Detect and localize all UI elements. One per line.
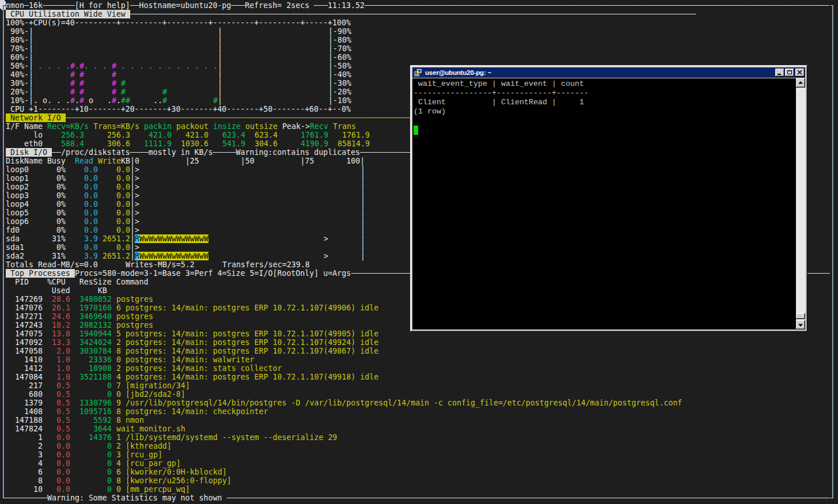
terminal-text-segment: . — [38, 62, 43, 70]
terminal-text-segment: 0.5 — [56, 407, 70, 416]
terminal-text-segment: │ — [1, 44, 6, 53]
terminal-text-segment: postgres — [116, 312, 153, 321]
terminal-text-segment: . — [195, 62, 199, 70]
terminal-text-segment: 147188 — [15, 416, 43, 425]
terminal-text-segment: │ — [1, 105, 6, 113]
terminal-text-segment: 0.5 — [56, 390, 70, 399]
terminal-text-segment: 3.9 — [84, 252, 98, 260]
terminal-text-segment: lo — [6, 131, 43, 139]
terminal-text-segment: 3 [rcu_gp] — [116, 450, 162, 459]
terminal-text-segment: . — [66, 62, 70, 70]
terminal-text-segment: │ — [1, 18, 6, 27]
putty-terminal[interactable]: wait_event_type | wait_event | count ---… — [412, 78, 805, 329]
terminal-text-segment: Peak-> — [282, 122, 310, 131]
terminal-text-segment: │ — [831, 79, 835, 88]
terminal-text-segment: 0.0 — [84, 243, 98, 252]
terminal-text-segment: │ — [1, 36, 6, 44]
terminal-text-segment: 147076 — [15, 304, 43, 312]
terminal-text-segment: 31% — [52, 234, 66, 243]
terminal-text-segment: # — [126, 96, 130, 105]
terminal-text-segment: Trans=KB/s — [93, 122, 139, 131]
terminal-text-segment: 18.2 — [52, 321, 70, 329]
terminal-text-segment: . — [93, 62, 98, 70]
terminal-text-segment: . — [47, 96, 52, 105]
terminal-text-segment: | — [361, 234, 365, 243]
terminal-text-segment: 0.5 — [56, 381, 70, 390]
terminal-text-segment: │ — [831, 165, 835, 174]
terminal-text-segment: │ — [1, 243, 6, 252]
scroll-up-button[interactable] — [796, 78, 805, 88]
terminal-text-segment: │ — [1, 338, 6, 347]
psql-output: wait_event_type | wait_event | count ---… — [414, 79, 589, 116]
terminal-text-segment: │ — [831, 183, 835, 191]
terminal-text-segment: |> — [130, 165, 139, 174]
terminal-text-segment: 8 — [38, 476, 43, 485]
terminal-text-segment: │ — [831, 174, 835, 183]
terminal-text-segment: │ — [1, 260, 6, 269]
terminal-text-segment: |-50% — [328, 62, 351, 70]
terminal-text-segment: │ — [1, 329, 6, 338]
terminal-text-segment: | — [361, 165, 365, 174]
terminal-text-segment: 40%-| — [6, 70, 33, 79]
terminal-text-segment: 588.4 — [61, 139, 84, 148]
terminal-text-segment: │ — [1, 286, 6, 295]
terminal-text-segment: | — [361, 191, 365, 200]
terminal-text-segment: outsize — [245, 122, 278, 131]
terminal-text-segment: 6 postgres: 14/main: postgres ERP 10.72.… — [116, 304, 378, 312]
scroll-down-button[interactable] — [796, 320, 805, 329]
terminal-text-segment: |-70% — [328, 44, 351, 53]
terminal-text-segment: │ — [1, 139, 6, 148]
terminal-text-segment: 4190.9 — [301, 139, 328, 148]
terminal-text-segment: packout — [176, 122, 208, 131]
close-button[interactable] — [795, 69, 805, 77]
terminal-text-segment: 0% — [56, 165, 66, 174]
scrollbar[interactable] — [796, 78, 805, 329]
terminal-text-segment: # — [112, 88, 116, 96]
terminal-text-segment: . — [158, 96, 162, 105]
terminal-text-segment: # — [79, 96, 84, 105]
terminal-text-segment: ────────────────────────────────────────… — [227, 494, 829, 502]
terminal-text-segment: 9 /usr/lib/postgresql/14/bin/postgres -D… — [116, 399, 682, 407]
terminal-text-segment: │ — [831, 373, 835, 381]
terminal-text-segment: 147271 — [15, 312, 43, 321]
terminal-text-segment: 0.0 — [84, 200, 98, 209]
putty-titlebar[interactable]: user@ubuntu20-pg: ~ — [412, 67, 805, 78]
terminal-text-segment: │ — [831, 88, 835, 96]
scrollbar-thumb[interactable] — [796, 313, 805, 319]
terminal-text-segment: fd0 — [6, 226, 20, 234]
terminal-text-segment: │ — [1, 70, 6, 79]
terminal-text-segment: Write — [98, 157, 121, 165]
terminal-text-segment: │ — [1, 252, 6, 260]
terminal-text-segment: ────────────────────────────────────────… — [130, 10, 696, 18]
terminal-text-segment: 147824 — [15, 425, 43, 433]
terminal-text-segment: │ — [831, 278, 835, 286]
terminal-text-segment: 0.0 — [84, 226, 98, 234]
terminal-text-segment: 0.0 — [116, 200, 130, 209]
terminal-text-segment: │ — [831, 260, 835, 269]
terminal-text-segment: 80%-| — [6, 36, 33, 44]
terminal-text-segment: sda2 — [6, 252, 24, 260]
minimize-button[interactable] — [775, 69, 784, 77]
terminal-text-segment: │ — [831, 157, 835, 165]
terminal-text-segment: 3644 — [93, 425, 112, 433]
terminal-text-segment: R — [135, 252, 139, 260]
terminal-text-segment: ┘ — [831, 494, 835, 502]
terminal-text-segment: |> — [130, 209, 139, 217]
terminal-text-segment: Trans — [333, 122, 356, 131]
terminal-text-segment: CPU +1--------+10-------+20-------+30---… — [6, 105, 351, 113]
terminal-text-segment: . — [176, 62, 181, 70]
terminal-text-segment: # — [162, 96, 167, 105]
terminal-text-segment: | — [218, 70, 222, 79]
terminal-text-segment: DiskName Busy — [6, 157, 66, 165]
terminal-text-segment: nmon─16k───────[H for help]──Hostname=ub… — [6, 1, 829, 10]
terminal-text-segment: 147243 — [15, 321, 43, 329]
terminal-text-segment: 2 postgres: 14/main: stats collector — [116, 364, 282, 373]
terminal-text-segment: . — [116, 96, 121, 105]
terminal-text-segment: o — [43, 96, 47, 105]
terminal-text-segment: │ — [1, 468, 6, 476]
terminal-text-segment: | — [218, 27, 222, 36]
terminal-text-segment: | — [218, 96, 222, 105]
terminal-text-segment: 8 postgres: 14/main: checkpointer — [116, 407, 268, 416]
maximize-button[interactable] — [785, 69, 794, 77]
terminal-text-segment: # — [70, 62, 75, 70]
